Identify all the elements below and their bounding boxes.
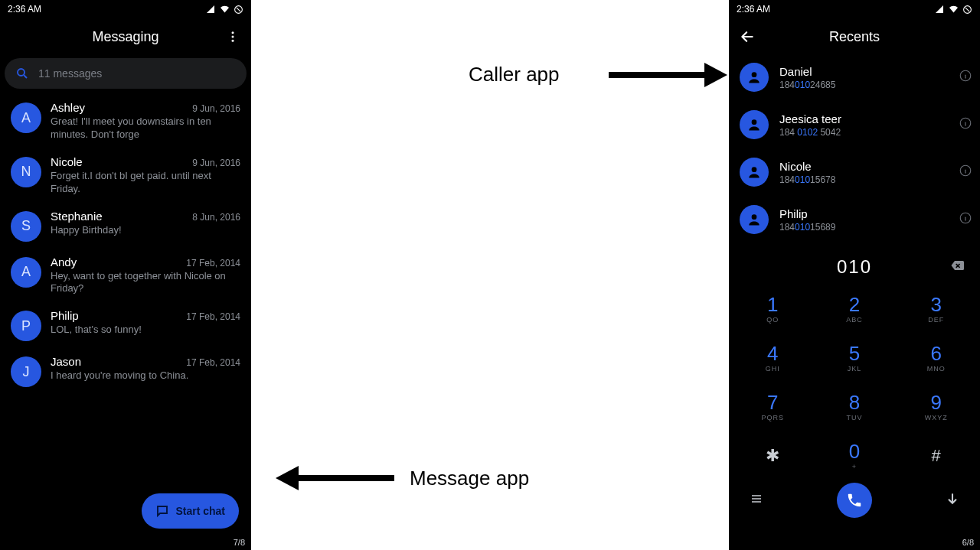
contact-number: 18401015678 [779,174,948,185]
message-date: 17 Feb, 2014 [186,311,240,322]
caller-app-screenshot: 2:36 AM Recents Daniel18401024685Jeesica… [729,0,980,550]
message-body: Ashley9 Jun, 2016Great! I'll meet you do… [51,101,240,142]
key-letters: DEF [928,316,944,324]
contact-text: Daniel18401024685 [779,65,948,90]
chevron-down-icon [945,491,960,506]
keypad-key-0[interactable]: 0+ [814,431,896,480]
keypad-key-8[interactable]: 8TUV [814,382,896,431]
message-thread[interactable]: PPhilip17 Feb, 2014LOL, that's so funny! [0,303,251,349]
keypad-key-3[interactable]: 3DEF [895,285,977,334]
info-button[interactable] [959,164,972,181]
message-preview: Hey, want to get together with Nicole on… [51,270,240,296]
keypad-key-7[interactable]: 7PQRS [732,382,814,431]
avatar [740,63,769,92]
dialer-bottom-bar [729,480,980,528]
message-date: 17 Feb, 2014 [186,357,240,368]
no-sim-icon [234,5,243,15]
svg-point-8 [752,119,757,125]
key-digit: 8 [849,392,860,412]
call-button[interactable] [837,483,872,518]
message-app-label: Message app [410,467,529,490]
person-icon [746,117,762,132]
status-icons [934,5,972,15]
signal-icon [934,5,945,14]
contact-number: 18401015689 [779,222,948,233]
keypad-key-4[interactable]: 4GHI [732,334,814,382]
chat-icon [155,504,169,518]
message-preview: I heard you're moving to China. [51,369,240,382]
message-date: 17 Feb, 2014 [186,258,240,268]
key-digit: 0 [849,441,860,461]
key-digit: 7 [767,392,778,412]
contact-name: Andy [51,255,77,268]
recent-contact[interactable]: Daniel18401024685 [729,55,980,103]
recent-contact[interactable]: Philip18401015689 [729,197,980,245]
more-options-button[interactable] [220,24,245,49]
status-time: 2:36 AM [8,4,41,15]
key-letters: MNO [927,365,946,373]
message-thread[interactable]: AAndy17 Feb, 2014Hey, want to get togeth… [0,249,251,304]
keypad-key-#[interactable]: # [895,431,977,480]
contact-text: Nicole18401015678 [779,160,948,185]
contact-name: Daniel [779,65,948,78]
dialer-keypad: 1QO2ABC3DEF4GHI5JKL6MNO7PQRS8TUV9WXYZ✱0+… [729,285,980,480]
avatar [740,110,769,139]
keypad-key-1[interactable]: 1QO [732,285,814,334]
keypad-key-9[interactable]: 9WXYZ [895,382,977,431]
svg-marker-17 [276,466,299,490]
keypad-key-5[interactable]: 5JKL [814,334,896,382]
info-button[interactable] [959,69,972,86]
recent-contact[interactable]: Jeesica teer184 0102 5042 [729,103,980,150]
open-dialpad-button[interactable] [749,493,764,508]
message-preview: Forget it.I don't bI get paid. until nex… [51,170,240,196]
status-icons [205,5,243,15]
info-button[interactable] [959,116,972,133]
message-thread[interactable]: AAshley9 Jun, 2016Great! I'll meet you d… [0,95,251,149]
messaging-app-screenshot: 2:36 AM Messaging 11 messages AAshley9 J… [0,0,251,550]
svg-marker-15 [704,63,727,87]
keypad-key-2[interactable]: 2ABC [814,285,896,334]
message-date: 8 Jun, 2016 [192,212,240,223]
avatar: P [11,311,41,341]
key-letters: TUV [846,414,862,421]
arrow-right-icon [605,60,727,90]
key-digit: 3 [930,295,941,314]
message-thread-list: AAshley9 Jun, 2016Great! I'll meet you d… [0,95,251,395]
info-icon [959,211,972,225]
back-button[interactable] [735,24,760,49]
recent-contact[interactable]: Nicole18401015678 [729,150,980,197]
arrow-back-icon [740,29,755,44]
message-thread[interactable]: SStephanie8 Jun, 2016Happy Birthday! [0,203,251,249]
contact-name: Jason [51,355,81,368]
svg-point-3 [232,40,234,42]
dial-display: 010 [729,249,980,285]
wifi-icon [948,5,959,14]
signal-icon [205,5,216,14]
keypad-key-✱[interactable]: ✱ [732,431,814,480]
contact-name: Philip [779,207,948,220]
avatar: N [11,157,41,187]
info-icon [959,69,972,83]
message-thread[interactable]: NNicole9 Jun, 2016Forget it.I don't bI g… [0,149,251,203]
info-icon [959,116,972,130]
key-digit: 4 [767,343,778,363]
keypad-key-6[interactable]: 6MNO [895,334,977,382]
key-letters: WXYZ [925,414,948,421]
backspace-button[interactable] [948,259,966,275]
svg-point-2 [232,36,234,38]
collapse-keypad-button[interactable] [945,491,960,509]
contact-number: 184 0102 5042 [779,127,948,138]
key-digit: # [932,447,941,464]
avatar: S [11,211,41,242]
backspace-icon [948,259,966,272]
key-digit: 6 [930,343,941,363]
message-body: Jason17 Feb, 2014I heard you're moving t… [51,355,240,382]
contact-name: Jeesica teer [779,112,948,125]
message-thread[interactable]: JJason17 Feb, 2014I heard you're moving … [0,349,251,395]
info-button[interactable] [959,211,972,228]
status-time: 2:36 AM [737,4,770,15]
start-chat-button[interactable]: Start chat [142,493,239,529]
fab-label: Start chat [175,505,225,517]
search-input[interactable]: 11 messages [5,58,247,89]
contact-name: Nicole [779,160,948,173]
